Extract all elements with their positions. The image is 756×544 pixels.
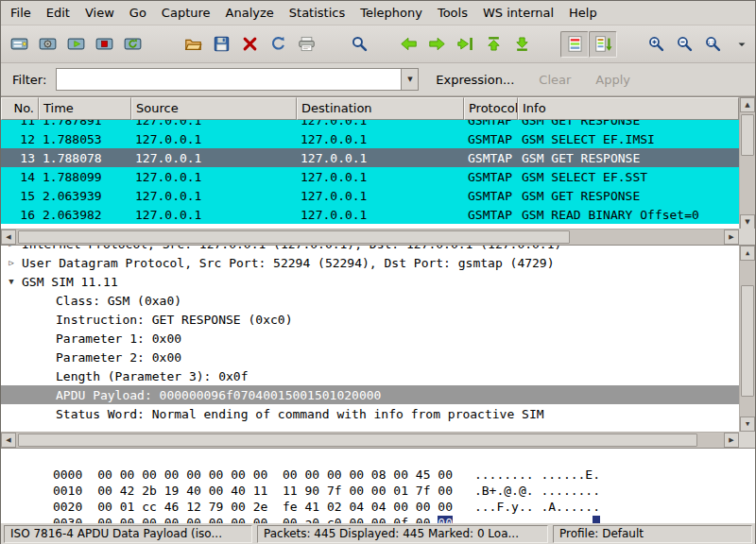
packet-list-header: No. Time Source Destination Protocol Inf… [1,97,739,120]
menu-analyze[interactable]: Analyze [218,2,282,24]
menu-go[interactable]: Go [122,2,154,24]
scrollbar-trough[interactable] [740,261,755,416]
filter-label-button[interactable]: Filter: [7,70,52,90]
capture-options-button[interactable] [33,31,61,58]
scroll-up-button[interactable]: ▲ [740,97,755,112]
menu-tools[interactable]: Tools [430,2,475,24]
detail-line-class[interactable]: Class: GSM (0xa0) [1,291,739,310]
scrollbar-thumb[interactable] [741,285,754,397]
packet-row[interactable]: 111.787891127.0.0.1127.0.0.1GSMTAPGSM GE… [1,120,739,129]
detail-line-length[interactable]: Length (Parameter 3): 0x0f [1,366,739,385]
menu-edit[interactable]: Edit [39,2,77,24]
expander-icon[interactable]: ▷ [5,246,18,248]
detail-line-status-word[interactable]: Status Word: Normal ending of command wi… [1,404,739,423]
column-header-no[interactable]: No. [1,97,39,120]
clear-button[interactable]: Clear [531,69,578,91]
file-open-button[interactable] [179,31,207,58]
column-header-time[interactable]: Time [39,97,131,120]
scroll-right-button[interactable]: ▶ [724,230,739,245]
expression-button[interactable]: Expression... [428,69,522,91]
scrollbar-thumb[interactable] [18,434,697,447]
detail-line-gsm-sim[interactable]: ▼GSM SIM 11.11 [1,272,739,291]
zoom-100-button[interactable]: 1:1 [698,31,727,58]
scrollbar-thumb[interactable] [741,114,754,156]
detail-line-parameter-2[interactable]: Parameter 2: 0x00 [1,348,739,366]
go-back-button[interactable] [394,31,422,58]
scrollbar-trough[interactable] [740,112,755,214]
file-close-button[interactable] [235,31,264,58]
menu-statistics[interactable]: Statistics [282,2,352,24]
zoom-out-button[interactable] [670,31,698,58]
scroll-up-button[interactable]: ▲ [740,246,755,261]
menu-view[interactable]: View [77,2,122,24]
scroll-down-button[interactable]: ▼ [740,416,755,432]
packet-row[interactable]: 141.788099127.0.0.1127.0.0.1GSMTAPGSM SE… [1,167,739,186]
detail-line-udp[interactable]: ▷User Datagram Protocol, Src Port: 52294… [1,253,739,272]
packet-row-selected[interactable]: 131.788078127.0.0.1127.0.0.1GSMTAPGSM GE… [1,148,739,167]
menu-file[interactable]: File [3,2,39,24]
capture-stop-icon [95,35,113,53]
column-header-info[interactable]: Info [518,97,739,120]
reload-button[interactable] [264,31,292,58]
auto-scroll-button[interactable] [589,31,617,58]
menu-help[interactable]: Help [561,2,605,24]
column-header-protocol[interactable]: Protocol [464,97,518,120]
scroll-down-button[interactable]: ▼ [740,214,755,230]
toolbar-overflow-button[interactable] [732,31,751,58]
filter-input[interactable] [56,68,402,91]
detail-line-parameter-1[interactable]: Parameter 1: 0x00 [1,329,739,348]
capture-restart-button[interactable] [118,31,146,58]
file-save-button[interactable] [207,31,235,58]
detail-line-apdu-payload[interactable]: APDU Payload: 000000096f0704001500150102… [1,385,739,404]
scrollbar-trough[interactable] [16,230,724,245]
capture-interfaces-icon [10,35,28,53]
detail-line-instruction[interactable]: Instruction: GET RESPONSE (0xc0) [1,310,739,329]
print-button[interactable] [292,31,320,58]
details-vscrollbar: ▲ ▼ [739,246,755,432]
scrollbar-trough[interactable] [16,433,724,448]
menu-bar: File Edit View Go Capture Analyze Statis… [1,1,755,26]
status-packets-info: Packets: 445 Displayed: 445 Marked: 0 Lo… [257,525,548,543]
packet-rows: 111.787891127.0.0.1127.0.0.1GSMTAPGSM GE… [1,120,739,230]
column-header-destination[interactable]: Destination [297,97,464,120]
colorize-packet-list-button[interactable] [560,31,589,58]
hex-row[interactable]: 000000 00 00 00 00 00 00 00 00 00 00 00 … [9,453,755,469]
capture-interfaces-button[interactable] [5,31,33,58]
scrollbar-thumb[interactable] [18,230,570,244]
filter-dropdown-button[interactable]: ▼ [402,68,419,91]
packet-row[interactable]: 152.063939127.0.0.1127.0.0.1GSMTAPGSM GE… [1,186,739,205]
chevron-down-icon: ▼ [407,76,412,83]
hex-offset: 0010 [53,484,82,498]
detail-line-internet-protocol[interactable]: ▷Internet Protocol, Src: 127.0.0.1 (127.… [1,246,739,253]
go-forward-button[interactable] [422,31,451,58]
capture-restart-icon [124,35,142,53]
menu-telephony[interactable]: Telephony [352,2,430,24]
packet-row[interactable]: 121.788053127.0.0.1127.0.0.1GSMTAPGSM SE… [1,129,739,148]
go-to-top-button[interactable] [479,31,507,58]
go-to-bottom-button[interactable] [507,31,536,58]
details-hscrollbar: ◀ ▶ [1,432,739,448]
go-to-packet-button[interactable] [451,31,479,58]
scrollbar-corner [739,229,755,245]
menu-ws-internal[interactable]: WS internal [475,2,561,24]
menu-capture[interactable]: Capture [154,2,218,24]
packet-row[interactable]: 162.063982127.0.0.1127.0.0.1GSMTAPGSM RE… [1,205,739,224]
svg-text:1:1: 1:1 [707,40,714,45]
packet-details-tree: ▷Internet Protocol, Src: 127.0.0.1 (127.… [1,246,739,432]
capture-start-button[interactable] [61,31,90,58]
zoom-in-button[interactable] [642,31,670,58]
scroll-right-button[interactable]: ▶ [724,433,739,448]
scroll-left-button[interactable]: ◀ [1,433,16,448]
main-toolbar: 1:1 [1,26,755,63]
status-profile[interactable]: Profile: Default [553,525,752,543]
file-close-icon [241,35,259,53]
print-icon [298,35,316,53]
capture-stop-button[interactable] [90,31,118,58]
expander-icon[interactable]: ▷ [5,258,18,267]
chevron-down-icon [734,37,749,52]
expander-icon[interactable]: ▼ [5,277,18,286]
scroll-left-button[interactable]: ◀ [1,230,16,245]
find-packet-button[interactable] [345,31,373,58]
column-header-source[interactable]: Source [131,97,297,120]
apply-button[interactable]: Apply [588,69,638,91]
